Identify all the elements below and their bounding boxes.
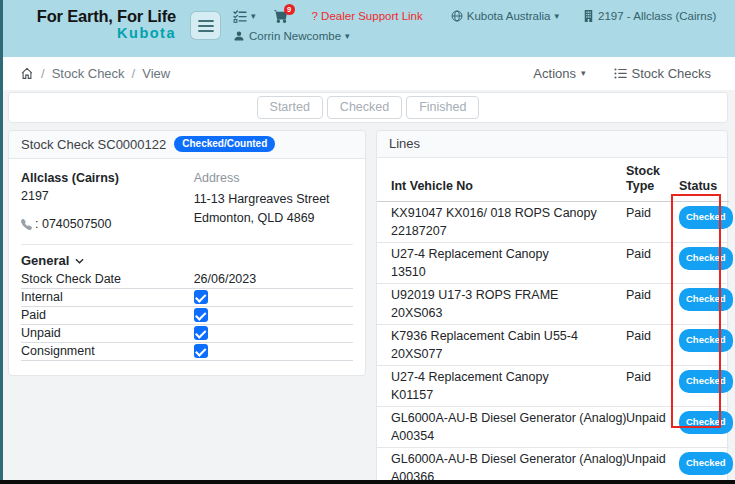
checkbox-paid[interactable] bbox=[194, 308, 208, 322]
status-cell: Checked bbox=[679, 366, 729, 407]
vehicle-description: U27-4 Replacement Canopy bbox=[391, 245, 626, 264]
stock-check-title: Stock Check SC0000122 bbox=[21, 137, 166, 152]
kubota-logo[interactable]: For Earth, For Life Kubota bbox=[16, 0, 176, 57]
user-menu[interactable]: Corrin Newcombe ▾ bbox=[233, 30, 350, 42]
field-label: Stock Check Date bbox=[21, 272, 194, 286]
vehicle-number: 22187207 bbox=[391, 222, 626, 241]
checklist-menu-button[interactable]: ▾ bbox=[233, 10, 256, 23]
hamburger-icon bbox=[198, 20, 214, 32]
vehicle-number: 13510 bbox=[391, 263, 626, 282]
logo-slogan: For Earth, For Life bbox=[16, 7, 176, 26]
checked-status-badge[interactable]: Checked bbox=[679, 329, 733, 353]
building-icon bbox=[583, 10, 594, 22]
address-block: Address 11-13 Hargreaves Street Edmonton… bbox=[194, 169, 353, 231]
window-left-edge bbox=[0, 0, 3, 484]
status-cell: Checked bbox=[679, 202, 729, 243]
general-section-toggle[interactable]: General bbox=[21, 253, 353, 268]
checkbox-consignment[interactable] bbox=[194, 344, 208, 358]
chevron-down-icon: ▾ bbox=[345, 32, 350, 41]
actions-dropdown-button[interactable]: Actions ▾ bbox=[533, 66, 585, 81]
panels: Stock Check SC0000122 Checked/Counted Al… bbox=[8, 130, 728, 484]
column-header-status: Status bbox=[679, 158, 729, 202]
field-label: Unpaid bbox=[21, 326, 194, 340]
breadcrumb: / Stock Check / View bbox=[20, 66, 170, 81]
breadcrumb-bar: / Stock Check / View Actions ▾ Stock Che… bbox=[0, 57, 735, 90]
int-vehicle-no-cell: KX91047 KX016/ 018 ROPS Canopy22187207 bbox=[377, 202, 626, 243]
stock-type-cell: Paid bbox=[626, 325, 679, 366]
checked-status-badge[interactable]: Checked bbox=[679, 288, 733, 312]
globe-icon bbox=[451, 10, 463, 22]
vehicle-number: 20XS063 bbox=[391, 304, 626, 323]
checked-status-badge[interactable]: Checked bbox=[679, 247, 733, 271]
workflow-state-bar: Started Checked Finished bbox=[8, 92, 728, 123]
field-label: Paid bbox=[21, 308, 194, 322]
line-row: KX91047 KX016/ 018 ROPS Canopy22187207Pa… bbox=[377, 202, 729, 243]
vehicle-description: U27-4 Replacement Canopy bbox=[391, 368, 626, 387]
status-cell: Checked bbox=[679, 284, 729, 325]
line-row: U92019 U17-3 ROPS FRAME20XS063PaidChecke… bbox=[377, 284, 729, 325]
status-cell: Checked bbox=[679, 448, 729, 484]
int-vehicle-no-cell: U92019 U17-3 ROPS FRAME20XS063 bbox=[377, 284, 626, 325]
line-row: GL6000A-AU-B Diesel Generator (Analog)A0… bbox=[377, 407, 729, 448]
lines-table: Int Vehicle No Stock Type Status KX91047… bbox=[377, 158, 729, 484]
home-icon[interactable] bbox=[20, 67, 34, 80]
stock-type-cell: Paid bbox=[626, 284, 679, 325]
cart-count-badge: 9 bbox=[284, 4, 295, 15]
person-icon bbox=[233, 30, 245, 42]
general-label: General bbox=[21, 253, 69, 268]
phone-number: : 0740507500 bbox=[35, 217, 111, 231]
lines-card: Lines Int Vehicle No Stock Type Status K… bbox=[376, 130, 728, 484]
dealer-identity[interactable]: 2197 - Allclass (Cairns) bbox=[583, 10, 716, 22]
checked-button[interactable]: Checked bbox=[327, 96, 402, 119]
status-badge: Checked/Counted bbox=[174, 136, 275, 152]
int-vehicle-no-cell: K7936 Replacement Cabin U55-420XS077 bbox=[377, 325, 626, 366]
started-button[interactable]: Started bbox=[257, 96, 323, 119]
dealer-label: 2197 - Allclass (Cairns) bbox=[598, 10, 716, 22]
field-row-paid: Paid bbox=[21, 307, 353, 325]
header-toolbar: ▾ 9 ? Dealer Support Link Kubota Austral… bbox=[233, 0, 716, 57]
stock-check-card-header: Stock Check SC0000122 Checked/Counted bbox=[9, 131, 365, 159]
vehicle-description: U92019 U17-3 ROPS FRAME bbox=[391, 286, 626, 305]
stock-type-cell: Unpaid bbox=[626, 407, 679, 448]
column-header-int-vehicle-no: Int Vehicle No bbox=[377, 158, 626, 202]
phone-icon bbox=[21, 219, 32, 230]
line-row: U27-4 Replacement Canopy13510PaidChecked bbox=[377, 243, 729, 284]
region-selector[interactable]: Kubota Australia ▾ bbox=[451, 10, 559, 22]
hamburger-menu-button[interactable] bbox=[190, 11, 221, 40]
app-header: For Earth, For Life Kubota ▾ bbox=[0, 0, 735, 57]
breadcrumb-item-stock-check[interactable]: Stock Check bbox=[52, 66, 125, 81]
status-cell: Checked bbox=[679, 407, 729, 448]
finished-button[interactable]: Finished bbox=[406, 96, 479, 119]
lines-title: Lines bbox=[389, 136, 420, 151]
field-label: Consignment bbox=[21, 344, 194, 358]
checkbox-internal[interactable] bbox=[194, 290, 208, 304]
breadcrumb-item-view: View bbox=[142, 66, 170, 81]
checked-status-badge[interactable]: Checked bbox=[679, 370, 733, 394]
cart-button[interactable]: 9 bbox=[274, 9, 288, 23]
stock-check-card: Stock Check SC0000122 Checked/Counted Al… bbox=[8, 130, 366, 376]
phone-line: : 0740507500 bbox=[21, 217, 194, 231]
stock-type-cell: Unpaid bbox=[626, 448, 679, 484]
user-name: Corrin Newcombe bbox=[249, 30, 341, 42]
app-window: For Earth, For Life Kubota ▾ bbox=[0, 0, 735, 484]
checked-status-badge[interactable]: Checked bbox=[679, 411, 733, 435]
dealer-block: Allclass (Cairns) 2197 : 0740507500 bbox=[21, 169, 194, 231]
field-row-internal: Internal bbox=[21, 289, 353, 307]
vehicle-description: GL6000A-AU-B Diesel Generator (Analog) bbox=[391, 450, 626, 469]
address-line2: Edmonton, QLD 4869 bbox=[194, 209, 353, 228]
int-vehicle-no-cell: U27-4 Replacement CanopyK01157 bbox=[377, 366, 626, 407]
dealer-support-link[interactable]: ? Dealer Support Link bbox=[312, 10, 423, 22]
vehicle-description: K7936 Replacement Cabin U55-4 bbox=[391, 327, 626, 346]
breadcrumb-separator: / bbox=[41, 66, 45, 81]
checkbox-unpaid[interactable] bbox=[194, 326, 208, 340]
line-row: GL6000A-AU-B Diesel Generator (Analog)A0… bbox=[377, 448, 729, 484]
stock-checks-button[interactable]: Stock Checks bbox=[614, 66, 711, 81]
chevron-down-icon bbox=[75, 258, 84, 264]
checked-status-badge[interactable]: Checked bbox=[679, 206, 733, 230]
region-label: Kubota Australia bbox=[467, 10, 551, 22]
checked-status-badge[interactable]: Checked bbox=[679, 452, 733, 476]
vehicle-description: GL6000A-AU-B Diesel Generator (Analog) bbox=[391, 409, 626, 428]
stock-type-cell: Paid bbox=[626, 243, 679, 284]
status-cell: Checked bbox=[679, 243, 729, 284]
chevron-down-icon: ▾ bbox=[555, 12, 560, 21]
